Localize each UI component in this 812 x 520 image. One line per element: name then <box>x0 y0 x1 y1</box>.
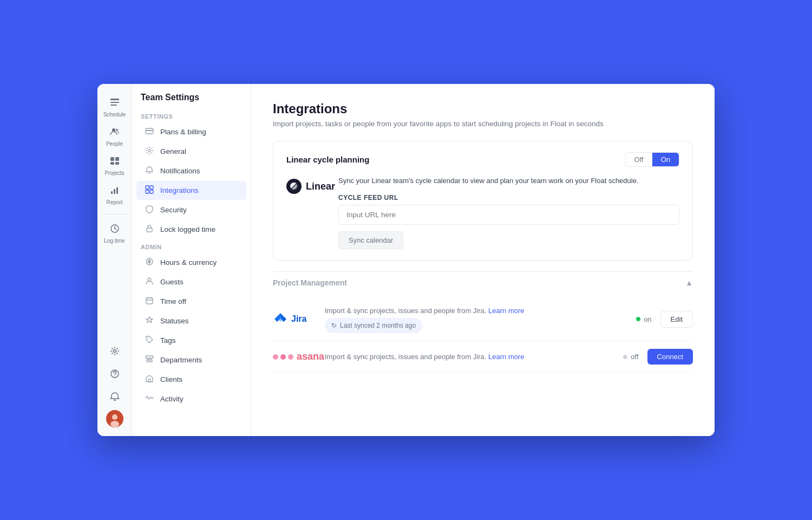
sidebar-item-activity[interactable]: Activity <box>136 389 246 408</box>
log-time-icon <box>109 223 120 237</box>
linear-description: Sync your Linear team's cycle calendar t… <box>338 176 679 186</box>
asana-action: Connect <box>647 349 693 365</box>
jira-status-dot <box>636 317 640 321</box>
sidebar-title: Team Settings <box>132 93 251 109</box>
svg-rect-25 <box>150 190 153 193</box>
svg-point-4 <box>115 129 118 132</box>
svg-point-15 <box>114 375 115 376</box>
plans-billing-label: Plans & billing <box>160 128 206 136</box>
sidebar-item-notifications[interactable]: Notifications <box>136 161 246 180</box>
activity-icon <box>145 394 155 404</box>
schedule-icon <box>109 97 120 110</box>
security-icon <box>145 205 155 215</box>
admin-section-label: Admin <box>132 239 251 252</box>
sidebar-item-departments[interactable]: Departments <box>136 350 246 369</box>
svg-point-28 <box>148 278 151 281</box>
sidebar-item-lock-logged-time[interactable]: Lock logged time <box>136 220 246 239</box>
sidebar-item-general[interactable]: General <box>136 142 246 161</box>
security-label: Security <box>160 206 187 214</box>
svg-point-13 <box>113 350 116 353</box>
linear-logo: Linear <box>286 176 330 197</box>
svg-point-30 <box>148 338 149 339</box>
lock-icon <box>145 224 155 235</box>
jira-last-synced-badge: ↻ Last synced 2 months ago <box>325 318 422 333</box>
nav-people[interactable]: People <box>100 122 129 149</box>
tags-label: Tags <box>160 336 176 344</box>
jira-brand-text: Jira <box>291 314 306 324</box>
user-avatar[interactable] <box>106 410 123 427</box>
asana-brand-text: asana <box>297 351 324 362</box>
jira-edit-button[interactable]: Edit <box>660 311 693 328</box>
time-off-label: Time off <box>160 297 186 306</box>
general-icon <box>145 146 155 157</box>
sync-calendar-button[interactable]: Sync calendar <box>338 231 403 249</box>
linear-card-title: Linear cycle planning <box>286 155 369 164</box>
icon-rail-bottom <box>106 342 124 436</box>
main-content: Integrations Import projects, tasks or p… <box>251 84 715 436</box>
notification-icon-btn[interactable] <box>106 387 124 406</box>
plans-billing-icon <box>145 127 155 137</box>
svg-point-17 <box>112 414 117 420</box>
projects-icon <box>109 155 120 169</box>
svg-rect-33 <box>150 360 152 362</box>
jira-learn-more-link[interactable]: Learn more <box>488 307 524 315</box>
svg-rect-7 <box>110 162 114 165</box>
linear-toggle-group: Off On <box>625 152 679 167</box>
clients-label: Clients <box>160 375 182 384</box>
settings-icon-btn[interactable] <box>106 342 124 360</box>
asana-learn-more-link[interactable]: Learn more <box>488 353 524 361</box>
pm-section-header: Project Management ▲ <box>273 271 693 294</box>
linear-card: Linear cycle planning Off On <box>273 141 693 261</box>
sidebar-item-guests[interactable]: Guests <box>136 272 246 291</box>
projects-label: Projects <box>104 170 124 176</box>
page-title: Integrations <box>273 101 693 116</box>
sidebar-item-plans-billing[interactable]: Plans & billing <box>136 122 246 141</box>
project-management-section: Project Management ▲ <box>273 271 693 373</box>
jira-action: Edit <box>660 311 693 328</box>
svg-rect-11 <box>116 187 118 194</box>
svg-rect-2 <box>110 105 117 106</box>
sidebar-item-time-off[interactable]: Time off <box>136 292 246 311</box>
pm-chevron-up-icon[interactable]: ▲ <box>685 278 693 287</box>
nav-log-time[interactable]: Log time <box>100 219 129 246</box>
activity-label: Activity <box>160 395 184 403</box>
linear-toggle-on[interactable]: On <box>652 153 679 166</box>
svg-rect-26 <box>147 228 152 232</box>
departments-icon <box>145 355 155 365</box>
page-subtitle: Import projects, tasks or people from yo… <box>273 120 693 128</box>
linear-brand-icon <box>286 179 302 194</box>
nav-projects[interactable]: Projects <box>100 151 129 178</box>
cycle-feed-url-input[interactable] <box>338 205 679 225</box>
sync-refresh-icon: ↻ <box>331 321 337 330</box>
departments-label: Departments <box>160 356 202 364</box>
nav-report[interactable]: Report <box>100 180 129 207</box>
statuses-label: Statuses <box>160 317 189 325</box>
sidebar: Team Settings Settings Plans & billing G… <box>132 84 251 436</box>
svg-point-18 <box>110 421 119 427</box>
linear-toggle-off[interactable]: Off <box>626 153 652 166</box>
report-label: Report <box>106 199 122 205</box>
sidebar-item-clients[interactable]: Clients <box>136 370 246 389</box>
jira-logo: Jira <box>273 311 316 327</box>
general-label: General <box>160 147 186 155</box>
sidebar-item-hours-currency[interactable]: Hours & currency <box>136 253 246 272</box>
sidebar-item-security[interactable]: Security <box>136 200 246 219</box>
sidebar-item-tags[interactable]: Tags <box>136 331 246 350</box>
svg-rect-32 <box>147 360 149 362</box>
svg-point-21 <box>148 150 150 152</box>
icon-rail: Schedule People <box>97 84 132 436</box>
help-icon-btn[interactable] <box>106 365 124 383</box>
nav-schedule[interactable]: Schedule <box>100 93 129 120</box>
svg-point-3 <box>112 128 115 132</box>
integrations-icon <box>145 185 155 196</box>
time-off-icon <box>145 296 155 307</box>
people-icon <box>109 126 120 140</box>
integrations-label: Integrations <box>160 186 199 194</box>
sidebar-item-statuses[interactable]: Statuses <box>136 311 246 330</box>
asana-connect-button[interactable]: Connect <box>647 349 693 365</box>
sidebar-item-integrations[interactable]: Integrations <box>136 181 246 200</box>
svg-rect-5 <box>110 157 114 161</box>
people-label: People <box>106 141 123 147</box>
hours-currency-label: Hours & currency <box>160 258 217 266</box>
svg-rect-8 <box>115 162 119 165</box>
